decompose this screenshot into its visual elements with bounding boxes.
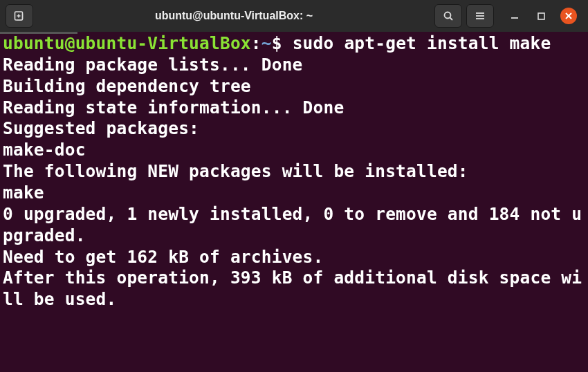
output-line: Suggested packages: [3,118,199,138]
window-title: ubuntu@ubuntu-VirtualBox: ~ [37,10,430,22]
tab-indicator [0,32,77,34]
prompt-command [282,33,293,53]
svg-line-2 [450,18,453,21]
command-text: sudo apt-get install make [293,33,551,53]
close-button[interactable] [560,8,577,24]
titlebar-left [6,4,33,28]
output-line: make-doc [3,140,86,160]
prompt-separator: : [251,33,261,53]
output-line: Reading package lists... Done [3,55,303,75]
prompt-symbol: $ [272,33,282,53]
prompt-user-host: ubuntu@ubuntu-VirtualBox [3,33,251,53]
new-tab-button[interactable] [6,4,33,28]
output-line: make [3,183,44,203]
minimize-icon [510,11,520,21]
output-line: Reading state information... Done [3,97,344,118]
output-line: 0 upgraded, 1 newly installed, 0 to remo… [3,204,582,245]
close-icon [564,12,573,20]
output-line: Need to get 162 kB of archives. [3,247,323,267]
output-line: Building dependency tree [3,76,251,96]
output-line: After this operation, 393 kB of addition… [3,268,582,309]
output-line: The following NEW packages will be insta… [3,161,468,181]
terminal-body[interactable]: ubuntu@ubuntu-VirtualBox:~$ sudo apt-get… [0,32,588,313]
window-titlebar: ubuntu@ubuntu-VirtualBox: ~ [0,0,588,32]
window-controls [508,8,577,24]
minimize-button[interactable] [508,9,522,23]
search-button[interactable] [434,4,462,28]
hamburger-icon [475,10,486,21]
search-icon [443,10,454,21]
maximize-icon [537,12,546,21]
menu-button[interactable] [466,4,494,28]
maximize-button[interactable] [534,9,548,23]
svg-point-1 [445,12,451,19]
svg-rect-7 [538,13,544,19]
titlebar-right [434,4,582,28]
new-tab-icon [13,10,26,22]
prompt-path: ~ [261,33,272,53]
